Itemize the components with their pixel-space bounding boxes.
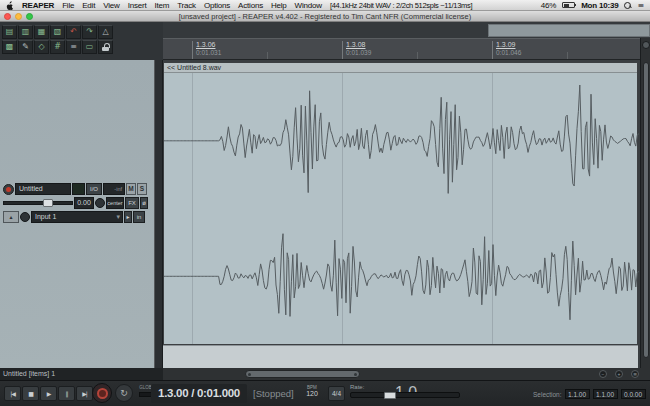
apple-menu-icon[interactable]: [6, 1, 14, 10]
rate-slider-thumb[interactable]: [384, 392, 396, 399]
selection-display: Selection: 1.1.00 1.1.00 0.0.00: [533, 389, 646, 399]
fx-button[interactable]: FX: [125, 197, 139, 209]
pan-knob[interactable]: [95, 198, 105, 208]
vertical-zoom-knob[interactable]: [642, 41, 650, 49]
grid-icon[interactable]: #: [50, 40, 65, 54]
playrate-control[interactable]: Rate: 1.0: [350, 384, 460, 398]
notification-center-icon[interactable]: ≡: [637, 1, 644, 10]
save-project-icon[interactable]: ▦: [34, 25, 49, 39]
selection-start-field[interactable]: 1.1.00: [565, 389, 590, 399]
bottom-row: Untitled [items] 1 − + ≡: [0, 368, 650, 380]
peak-readout: [72, 183, 85, 195]
item-group-icon[interactable]: ▭: [82, 40, 97, 54]
zoom-out-button[interactable]: −: [599, 370, 607, 378]
selection-length-field[interactable]: 0.0.00: [621, 389, 646, 399]
new-project-icon[interactable]: ▤: [2, 25, 17, 39]
open-project-icon[interactable]: ▥: [18, 25, 33, 39]
empty-track-area[interactable]: [163, 345, 638, 368]
track-meter: -inf: [103, 183, 125, 195]
routing-io-button[interactable]: I/O: [86, 183, 102, 195]
selection-label: Selection:: [533, 391, 562, 398]
record-mode-button[interactable]: ▸: [124, 211, 132, 223]
volume-slider[interactable]: [3, 197, 73, 209]
snap-icon[interactable]: ◇: [34, 40, 49, 54]
menu-file[interactable]: File: [62, 1, 74, 10]
mute-button[interactable]: M: [126, 183, 136, 195]
bpm-display[interactable]: BPM 120: [301, 385, 323, 397]
repeat-button[interactable]: ↻: [115, 384, 133, 402]
record-arm-button[interactable]: [3, 184, 14, 195]
menu-window[interactable]: Window: [295, 1, 322, 10]
ruler-marker: 1.3.08 0:01.039: [342, 41, 371, 59]
input-fx-button[interactable]: in: [133, 211, 145, 223]
horizontal-scrollbar[interactable]: − + ≡: [163, 368, 640, 380]
menu-reaper[interactable]: REAPER: [22, 1, 54, 10]
time-signature-button[interactable]: 4/4: [328, 386, 345, 401]
rate-label: Rate:: [350, 384, 364, 390]
pan-value: center: [106, 197, 124, 209]
go-to-start-button[interactable]: |◀: [4, 386, 21, 401]
ruler-marker: 1.3.06 0:01.031: [192, 41, 221, 59]
top-right-panel: [488, 24, 650, 37]
menu-item[interactable]: Item: [154, 1, 169, 10]
status-line: Untitled [items] 1: [0, 368, 163, 380]
menu-view[interactable]: View: [103, 1, 119, 10]
volume-value: 0.00: [74, 197, 94, 209]
rate-slider[interactable]: [350, 392, 460, 398]
transport-time-display[interactable]: 1.3.00 / 0:01.000: [151, 384, 247, 403]
vertical-scrollbar[interactable]: [640, 38, 650, 368]
ruler-marker: 1.3.09 0:01.046: [492, 41, 521, 59]
battery-percent: 46%: [541, 1, 556, 10]
input-selector[interactable]: Input 1▾: [31, 211, 123, 223]
vertical-scroll-thumb[interactable]: [643, 62, 649, 358]
track-name-field[interactable]: Untitled: [15, 183, 71, 195]
folder-button[interactable]: ▴: [3, 211, 19, 223]
horizontal-scroll-thumb[interactable]: [245, 370, 360, 378]
menu-actions[interactable]: Actions: [238, 1, 263, 10]
record-button[interactable]: [92, 383, 112, 403]
scroll-menu-button[interactable]: ≡: [631, 370, 639, 378]
undo-icon[interactable]: ↶: [66, 25, 81, 39]
media-item-label[interactable]: << Untitled 8.wav: [164, 63, 637, 73]
spotlight-icon[interactable]: [624, 2, 631, 9]
window-titlebar: [unsaved project] - REAPER v4.402 - Regi…: [0, 11, 650, 22]
track-1-controls: Untitled I/O -inf M S 0.00 center FX ø ▴…: [3, 183, 152, 225]
media-item-waveform[interactable]: [164, 73, 637, 344]
menubar-clock[interactable]: Mon 10:39: [581, 1, 618, 10]
menu-help[interactable]: Help: [271, 1, 287, 10]
macos-menubar: REAPER File Edit View Insert Item Track …: [0, 0, 650, 11]
phase-button[interactable]: ø: [140, 197, 148, 209]
media-item[interactable]: << Untitled 8.wav: [163, 62, 638, 345]
window-title: [unsaved project] - REAPER v4.402 - Regi…: [0, 12, 650, 21]
track-control-panel: Untitled I/O -inf M S 0.00 center FX ø ▴…: [0, 60, 155, 368]
metronome-icon[interactable]: △: [98, 25, 113, 39]
menu-insert[interactable]: Insert: [128, 1, 147, 10]
tcp-arrange-divider[interactable]: [155, 60, 163, 368]
zoom-in-button[interactable]: +: [615, 370, 623, 378]
arrange-view[interactable]: << Untitled 8.wav: [163, 60, 640, 368]
go-to-end-button[interactable]: ▶|: [76, 386, 93, 401]
media-explorer-icon[interactable]: ▩: [2, 40, 17, 54]
solo-button[interactable]: S: [137, 183, 147, 195]
timeline-ruler[interactable]: 1.3.06 0:01.031 1.3.08 0:01.039 1.3.09 0…: [163, 38, 640, 60]
transport-bar: |◀ ■ ▶ || ▶| ↻ GLOBAL AUTO 1.3.00 / 0:01…: [0, 380, 650, 406]
envelope-pencil-icon[interactable]: ✎: [18, 40, 33, 54]
play-button[interactable]: ▶: [40, 386, 57, 401]
redo-icon[interactable]: ↷: [82, 25, 97, 39]
battery-icon[interactable]: [562, 2, 575, 8]
stop-button[interactable]: ■: [22, 386, 39, 401]
audio-device-status: [44.1kHz 24bit WAV : 2/2ch 512spls ~11/1…: [330, 1, 472, 10]
ripple-edit-icon[interactable]: ≡: [66, 40, 81, 54]
chevron-down-icon: ▾: [116, 212, 120, 222]
project-settings-icon[interactable]: ▧: [50, 25, 65, 39]
record-monitor-button[interactable]: [20, 212, 30, 222]
menu-edit[interactable]: Edit: [82, 1, 95, 10]
main-toolbar: ▤ ▥ ▦ ▧ ↶ ↷ △ ▩ ✎ ◇ # ≡ ▭: [0, 22, 163, 60]
playstate-label: [Stopped]: [253, 381, 294, 406]
selection-end-field[interactable]: 1.1.00: [593, 389, 618, 399]
menu-track[interactable]: Track: [177, 1, 196, 10]
pause-button[interactable]: ||: [58, 386, 75, 401]
waveform-svg: [164, 73, 639, 344]
menu-options[interactable]: Options: [204, 1, 230, 10]
lock-icon[interactable]: [98, 40, 113, 54]
